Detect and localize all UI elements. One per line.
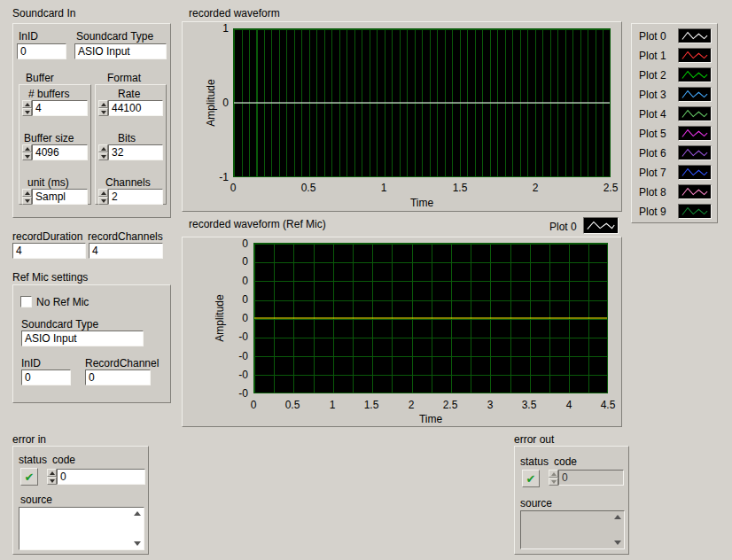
legend-item[interactable]: Plot 1 bbox=[632, 46, 717, 66]
error-in-code-spinner: 0 bbox=[47, 469, 145, 485]
chart1-xtick: 0 bbox=[217, 182, 249, 194]
soundcard-type-label: Soundcard Type bbox=[76, 30, 153, 43]
soundcard-type-field[interactable]: ASIO Input bbox=[74, 43, 167, 59]
scroll-up-icon[interactable] bbox=[614, 515, 621, 519]
record-channels-field[interactable]: 4 bbox=[89, 243, 163, 259]
rate-field[interactable]: 44100 bbox=[108, 100, 163, 116]
format-groupbox: Rate 44100 Bits 32 Channels 2 bbox=[95, 84, 167, 205]
legend-item[interactable]: Plot 0 bbox=[632, 27, 717, 46]
plot-style-icon[interactable] bbox=[678, 204, 712, 219]
channels-field[interactable]: 2 bbox=[108, 189, 163, 205]
legend-item[interactable]: Plot 6 bbox=[632, 144, 717, 163]
error-in-status-button[interactable]: ✔ bbox=[20, 468, 38, 486]
bits-field[interactable]: 32 bbox=[108, 144, 163, 160]
error-in-source-field[interactable] bbox=[19, 507, 144, 550]
error-out-code-field: 0 bbox=[558, 470, 624, 486]
legend-label: Plot 3 bbox=[639, 89, 666, 101]
chart2-xtick: 1 bbox=[316, 399, 348, 411]
increment-button[interactable] bbox=[22, 189, 32, 197]
plot-style-icon[interactable] bbox=[678, 145, 712, 160]
channels-spinner: 2 bbox=[98, 189, 163, 205]
up-arrow-icon bbox=[25, 147, 30, 151]
soundcard-in-title: Soundcard In bbox=[12, 7, 75, 19]
chart2-xtick: 2.5 bbox=[434, 399, 466, 411]
legend-item[interactable]: Plot 4 bbox=[632, 105, 717, 124]
chart2-ytick: 0 bbox=[225, 293, 248, 306]
error-out-status-indicator: ✔ bbox=[522, 470, 540, 487]
plot-style-icon[interactable] bbox=[678, 87, 712, 102]
bits-label: Bits bbox=[118, 132, 136, 144]
error-in-code-field[interactable]: 0 bbox=[57, 469, 145, 485]
error-out-source-field bbox=[520, 510, 625, 549]
decrement-button[interactable] bbox=[98, 197, 108, 205]
legend-item[interactable]: Plot 8 bbox=[632, 183, 717, 202]
increment-button[interactable] bbox=[98, 189, 108, 197]
decrement-button[interactable] bbox=[98, 152, 108, 160]
rate-label: Rate bbox=[118, 88, 140, 100]
legend-item[interactable]: Plot 5 bbox=[632, 124, 717, 144]
refmic-soundcard-type-label: Soundcard Type bbox=[21, 318, 98, 331]
record-channel-field[interactable]: 0 bbox=[85, 369, 151, 385]
increment-button[interactable] bbox=[22, 100, 32, 108]
chart2-ytick: -0 bbox=[225, 331, 248, 343]
unit-ms-field[interactable]: Sampl bbox=[32, 189, 88, 205]
chart2-ytick: 0 bbox=[225, 255, 248, 268]
legend-item[interactable]: Plot 3 bbox=[632, 85, 717, 105]
down-arrow-icon bbox=[551, 480, 557, 484]
channels-label: Channels bbox=[105, 176, 151, 189]
error-in-source-label: source bbox=[20, 494, 52, 506]
decrement-button[interactable] bbox=[22, 108, 32, 116]
chart2-legend-label[interactable]: Plot 0 bbox=[549, 221, 577, 233]
legend-label: Plot 7 bbox=[639, 167, 666, 179]
chart2-xtick: 3 bbox=[474, 399, 506, 411]
chart2-xlabel: Time bbox=[413, 413, 448, 425]
buffer-groupbox: # buffers 4 Buffer size 4096 unit (ms) S… bbox=[19, 84, 91, 205]
record-channel-label: RecordChannel bbox=[85, 357, 159, 369]
check-icon: ✔ bbox=[25, 471, 35, 484]
increment-button[interactable] bbox=[98, 100, 108, 108]
chart1-xtick: 1.5 bbox=[444, 182, 476, 194]
plot-style-icon[interactable] bbox=[678, 28, 712, 43]
no-ref-mic-checkbox[interactable] bbox=[20, 296, 32, 307]
legend-item[interactable]: Plot 9 bbox=[632, 202, 717, 222]
up-arrow-icon bbox=[551, 472, 557, 476]
up-arrow-icon bbox=[25, 191, 30, 195]
chart2-ytick: -0 bbox=[225, 387, 248, 400]
decrement-button[interactable] bbox=[47, 477, 57, 485]
plot-style-icon[interactable] bbox=[678, 184, 712, 199]
legend-item[interactable]: Plot 7 bbox=[632, 163, 717, 183]
chart1-xtick: 2.5 bbox=[595, 182, 627, 194]
down-arrow-icon bbox=[101, 155, 106, 159]
increment-button[interactable] bbox=[98, 144, 108, 152]
legend-label: Plot 4 bbox=[639, 108, 666, 121]
buffer-size-field[interactable]: 4096 bbox=[32, 144, 88, 160]
inid-field[interactable]: 0 bbox=[17, 43, 66, 59]
chart2-ytick: 0 bbox=[225, 275, 248, 287]
decrement-button[interactable] bbox=[22, 197, 32, 205]
plot-style-icon[interactable] bbox=[678, 48, 712, 63]
down-arrow-icon bbox=[25, 199, 30, 203]
refmic-soundcard-type-field[interactable]: ASIO Input bbox=[21, 331, 144, 346]
plot-style-icon[interactable] bbox=[678, 67, 712, 82]
scroll-down-icon[interactable] bbox=[134, 541, 141, 546]
refmic-inid-field[interactable]: 0 bbox=[21, 369, 71, 385]
increment-button[interactable] bbox=[22, 144, 32, 152]
buffer-group-title: Buffer bbox=[26, 72, 54, 84]
plot-style-icon[interactable] bbox=[678, 106, 712, 121]
increment-button[interactable] bbox=[47, 469, 57, 477]
scroll-down-icon[interactable] bbox=[614, 541, 621, 545]
decrement-button[interactable] bbox=[22, 152, 32, 160]
bits-spinner: 32 bbox=[98, 144, 163, 160]
num-buffers-field[interactable]: 4 bbox=[32, 100, 88, 116]
scroll-up-icon[interactable] bbox=[134, 511, 141, 516]
chart2-plot-style-icon[interactable] bbox=[583, 217, 619, 234]
plot-style-icon[interactable] bbox=[678, 165, 712, 180]
buffer-size-spinner: 4096 bbox=[22, 144, 88, 160]
up-arrow-icon bbox=[25, 103, 30, 106]
record-duration-field[interactable]: 4 bbox=[12, 243, 86, 259]
decrement-button[interactable] bbox=[98, 108, 108, 116]
legend-item[interactable]: Plot 2 bbox=[632, 66, 717, 85]
legend-label: Plot 0 bbox=[639, 30, 666, 43]
buffer-size-label: Buffer size bbox=[24, 132, 74, 144]
plot-style-icon[interactable] bbox=[678, 126, 712, 141]
